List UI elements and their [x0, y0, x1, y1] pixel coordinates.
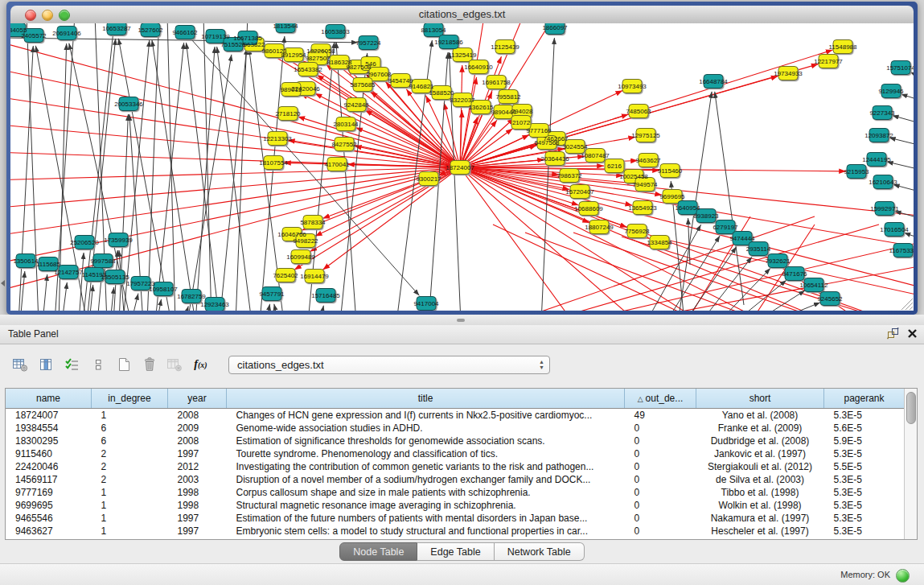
- graph-node-label: 7932621: [765, 257, 791, 265]
- column-visibility-button[interactable]: [35, 354, 57, 375]
- graph-node-label: 9474444: [729, 235, 755, 242]
- row-pair-button[interactable]: [87, 354, 109, 375]
- sort-ascending-icon: △: [638, 395, 643, 403]
- graph-node-label: 15751074: [886, 64, 914, 72]
- graph-node-label: 20691406: [52, 30, 81, 37]
- graph-node-label: 1813544: [273, 23, 298, 30]
- table-row[interactable]: 1938455462009Genome-wide association stu…: [6, 422, 904, 435]
- graph-node-label: 19218586: [434, 39, 463, 46]
- combobox-stepper-icon: ▲▼: [539, 359, 544, 370]
- table-mode-button[interactable]: [10, 354, 31, 375]
- table-cell: 1: [92, 486, 168, 499]
- new-column-button[interactable]: [113, 354, 134, 375]
- splitter-handle-icon[interactable]: [457, 319, 465, 322]
- table-cell: Changes of HCN gene expression and I(f) …: [227, 409, 625, 422]
- table-cell: 5.3E-5: [824, 409, 905, 422]
- column-header-in_degree[interactable]: in_degree: [92, 389, 168, 409]
- table-mode-icon: [13, 358, 28, 372]
- table-cell: Wolkin et al. (1998): [696, 499, 824, 512]
- table-cell: 49: [625, 409, 696, 422]
- graph-node-label: 13505135: [101, 274, 129, 281]
- column-header-title[interactable]: title: [227, 389, 625, 409]
- close-panel-button[interactable]: [907, 328, 918, 339]
- window-title: citations_edges.txt: [10, 6, 914, 23]
- tab-edge-table[interactable]: Edge Table: [417, 542, 494, 561]
- graph-node-label: 8813054: [421, 27, 446, 34]
- column-header-year[interactable]: year: [168, 389, 227, 409]
- graph-edge: [734, 280, 786, 311]
- graph-node-label: 11548988: [829, 43, 858, 51]
- graph-node-label: 10688609: [574, 205, 603, 212]
- table-selector-combobox[interactable]: citations_edges.txt ▲▼: [228, 356, 550, 374]
- table-row[interactable]: 946554611997Estimation of the future num…: [6, 512, 904, 525]
- graph-edge: [266, 304, 270, 311]
- table-cell: Yano et al. (2008): [696, 409, 824, 422]
- table-cell: de Silva et al. (2003): [696, 473, 824, 486]
- delete-table-button[interactable]: [164, 354, 186, 375]
- function-builder-button[interactable]: f(x): [190, 354, 211, 375]
- table-panel-title: Table Panel: [8, 325, 59, 344]
- table-row[interactable]: 946362711997Embryonic stem cells: a mode…: [6, 525, 904, 538]
- graph-node-label: 989012: [281, 86, 302, 93]
- close-traffic-light-icon[interactable]: [25, 10, 36, 21]
- table-cell: 9699695: [6, 499, 92, 512]
- graph-edge: [147, 23, 159, 311]
- table-row[interactable]: 1872400712008Changes of HCN gene express…: [6, 409, 904, 422]
- table-row[interactable]: 2242004622012Investigating the contribut…: [6, 460, 904, 473]
- window-titlebar[interactable]: citations_edges.txt: [10, 6, 914, 24]
- table-cell: 22420046: [6, 460, 92, 473]
- function-builder-icon: f(x): [194, 358, 207, 371]
- column-header-out_de[interactable]: △out_de...: [625, 389, 696, 409]
- left-panel-collapse-arrow-icon[interactable]: [1, 280, 5, 286]
- table-cell: 2: [92, 473, 168, 486]
- minimize-traffic-light-icon[interactable]: [42, 10, 53, 21]
- table-row[interactable]: 977716911998Corpus callosum shape and si…: [6, 486, 904, 499]
- graph-node-label: 25206520: [70, 239, 99, 246]
- table-cell: 0: [625, 473, 696, 486]
- tab-network-table[interactable]: Network Table: [495, 542, 585, 561]
- table-row[interactable]: 1456911722003Disruption of a novel membe…: [6, 473, 904, 486]
- graph-node-label: 6497568: [534, 139, 560, 146]
- column-header-short[interactable]: short: [696, 389, 824, 409]
- table-cell: 1997: [168, 512, 227, 525]
- select-columns-icon: [65, 358, 80, 371]
- select-columns-button[interactable]: [61, 354, 83, 375]
- delete-column-button[interactable]: [138, 354, 160, 375]
- graph-edge: [155, 43, 184, 311]
- tab-node-table[interactable]: Node Table: [339, 542, 417, 561]
- table-scrollbar[interactable]: [904, 389, 917, 539]
- graph-edge: [131, 294, 138, 311]
- column-header-pagerank[interactable]: pagerank: [824, 389, 905, 409]
- graph-node-label: 12217977: [814, 58, 843, 65]
- graph-edge: [18, 46, 33, 311]
- graph-node-label: 16640910: [464, 64, 493, 71]
- graph-node-label: 10719139: [201, 33, 230, 40]
- float-panel-button[interactable]: [887, 328, 899, 340]
- zoom-traffic-light-icon[interactable]: [59, 10, 70, 21]
- scrollbar-thumb[interactable]: [906, 392, 916, 424]
- graph-edge: [320, 306, 323, 311]
- graph-node-label: 7957224: [355, 39, 381, 47]
- graph-node-label: 2405572: [21, 32, 47, 39]
- table-cell: 1: [92, 499, 168, 512]
- graph-node-label: 9300217: [416, 175, 441, 183]
- network-canvas[interactable]: 1872400796382298601238912954182260589827…: [10, 23, 914, 311]
- window-resize-grip[interactable]: [901, 299, 913, 310]
- horizontal-splitter[interactable]: [0, 315, 924, 325]
- graph-node-label: 7955812: [495, 93, 521, 101]
- graph-node-label: 12213303: [263, 135, 292, 142]
- graph-edge: [365, 110, 460, 167]
- column-visibility-icon: [39, 358, 53, 372]
- graph-node-label: 16099489: [286, 253, 315, 261]
- table-row[interactable]: 969969511998Structural magnetic resonanc…: [6, 499, 904, 512]
- graph-edge: [913, 254, 914, 263]
- table-row[interactable]: 911546021997Tourette syndrome. Phenomeno…: [6, 447, 904, 460]
- table-cell: 1: [92, 512, 168, 525]
- table-cell: 5.3E-5: [824, 525, 905, 538]
- column-header-name[interactable]: name: [6, 389, 92, 409]
- graph-edge: [110, 287, 114, 311]
- memory-status-icon[interactable]: [896, 569, 910, 583]
- table-cell: 1998: [168, 499, 227, 512]
- table-row[interactable]: 1830029562008Estimation of significance …: [6, 435, 904, 447]
- table-cell: 2: [92, 447, 168, 460]
